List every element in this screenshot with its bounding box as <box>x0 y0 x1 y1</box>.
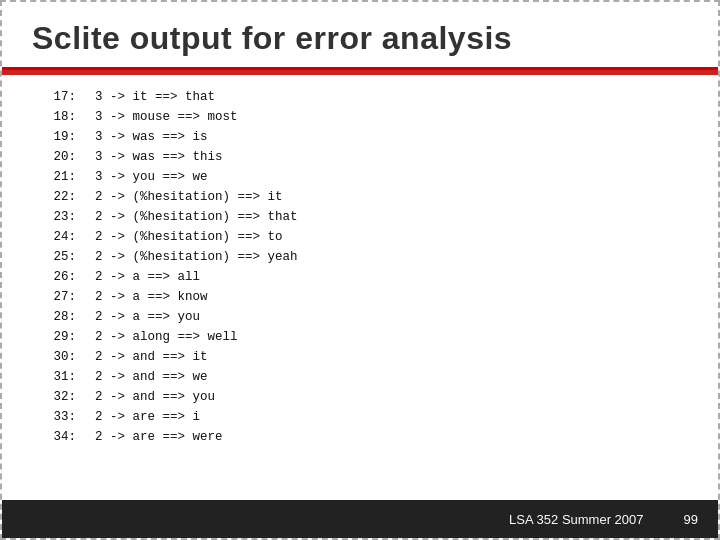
footer-page: 99 <box>684 512 698 527</box>
line-content: 2 -> a ==> know <box>80 287 208 307</box>
line-number: 22: <box>42 187 80 207</box>
table-row: 30: 2 -> and ==> it <box>42 347 678 367</box>
line-number: 19: <box>42 127 80 147</box>
line-number: 26: <box>42 267 80 287</box>
line-number: 18: <box>42 107 80 127</box>
table-row: 17: 3 -> it ==> that <box>42 87 678 107</box>
table-row: 33: 2 -> are ==> i <box>42 407 678 427</box>
line-number: 30: <box>42 347 80 367</box>
line-number: 25: <box>42 247 80 267</box>
line-number: 20: <box>42 147 80 167</box>
line-number: 17: <box>42 87 80 107</box>
code-block: 17: 3 -> it ==> that18: 3 -> mouse ==> m… <box>42 87 678 447</box>
table-row: 18: 3 -> mouse ==> most <box>42 107 678 127</box>
line-number: 31: <box>42 367 80 387</box>
table-row: 21: 3 -> you ==> we <box>42 167 678 187</box>
table-row: 25: 2 -> (%hesitation) ==> yeah <box>42 247 678 267</box>
line-number: 21: <box>42 167 80 187</box>
table-row: 34: 2 -> are ==> were <box>42 427 678 447</box>
line-content: 3 -> mouse ==> most <box>80 107 238 127</box>
table-row: 28: 2 -> a ==> you <box>42 307 678 327</box>
footer: LSA 352 Summer 2007 99 <box>2 500 718 538</box>
line-content: 3 -> it ==> that <box>80 87 215 107</box>
line-content: 2 -> a ==> you <box>80 307 200 327</box>
table-row: 32: 2 -> and ==> you <box>42 387 678 407</box>
line-number: 32: <box>42 387 80 407</box>
line-content: 2 -> (%hesitation) ==> yeah <box>80 247 298 267</box>
slide-title: Sclite output for error analysis <box>32 20 512 56</box>
table-row: 24: 2 -> (%hesitation) ==> to <box>42 227 678 247</box>
table-row: 20: 3 -> was ==> this <box>42 147 678 167</box>
table-row: 29: 2 -> along ==> well <box>42 327 678 347</box>
table-row: 23: 2 -> (%hesitation) ==> that <box>42 207 678 227</box>
line-content: 3 -> you ==> we <box>80 167 208 187</box>
line-number: 24: <box>42 227 80 247</box>
line-content: 2 -> and ==> you <box>80 387 215 407</box>
line-content: 3 -> was ==> is <box>80 127 208 147</box>
table-row: 19: 3 -> was ==> is <box>42 127 678 147</box>
line-content: 2 -> along ==> well <box>80 327 238 347</box>
table-row: 27: 2 -> a ==> know <box>42 287 678 307</box>
line-content: 2 -> are ==> i <box>80 407 200 427</box>
table-row: 26: 2 -> a ==> all <box>42 267 678 287</box>
line-number: 34: <box>42 427 80 447</box>
table-row: 31: 2 -> and ==> we <box>42 367 678 387</box>
slide: Sclite output for error analysis 17: 3 -… <box>0 0 720 540</box>
line-content: 2 -> and ==> we <box>80 367 208 387</box>
line-content: 2 -> (%hesitation) ==> to <box>80 227 283 247</box>
line-content: 2 -> a ==> all <box>80 267 200 287</box>
line-number: 23: <box>42 207 80 227</box>
line-number: 28: <box>42 307 80 327</box>
line-content: 3 -> was ==> this <box>80 147 223 167</box>
line-number: 33: <box>42 407 80 427</box>
line-content: 2 -> are ==> were <box>80 427 223 447</box>
title-bar: Sclite output for error analysis <box>2 2 718 70</box>
footer-label: LSA 352 Summer 2007 <box>509 512 643 527</box>
line-content: 2 -> (%hesitation) ==> it <box>80 187 283 207</box>
table-row: 22: 2 -> (%hesitation) ==> it <box>42 187 678 207</box>
line-number: 27: <box>42 287 80 307</box>
content-area: 17: 3 -> it ==> that18: 3 -> mouse ==> m… <box>2 75 718 500</box>
line-content: 2 -> and ==> it <box>80 347 208 367</box>
line-content: 2 -> (%hesitation) ==> that <box>80 207 298 227</box>
line-number: 29: <box>42 327 80 347</box>
